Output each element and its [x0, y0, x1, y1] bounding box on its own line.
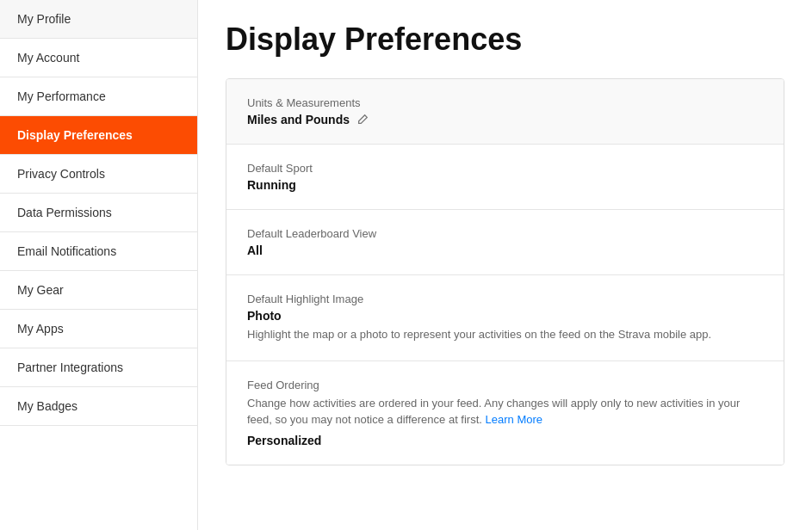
- settings-row-default-sport: Default Sport Running: [226, 145, 784, 210]
- sidebar-item-my-gear[interactable]: My Gear: [0, 271, 197, 310]
- sidebar-item-my-badges[interactable]: My Badges: [0, 387, 197, 426]
- sidebar-item-my-apps[interactable]: My Apps: [0, 310, 197, 348]
- sidebar-item-email-notifications[interactable]: Email Notifications: [0, 232, 197, 271]
- settings-row-units-measurements: Units & Measurements Miles and Pounds: [226, 79, 784, 145]
- units-measurements-label: Units & Measurements: [247, 96, 763, 109]
- units-measurements-edit-icon[interactable]: [356, 114, 369, 126]
- settings-row-default-highlight-image: Default Highlight Image Photo Highlight …: [226, 275, 784, 361]
- app-container: My Profile My Account My Performance Dis…: [0, 0, 812, 530]
- main-content: Display Preferences Units & Measurements…: [198, 0, 812, 530]
- page-title: Display Preferences: [226, 21, 784, 58]
- sidebar-item-privacy-controls[interactable]: Privacy Controls: [0, 155, 197, 194]
- default-highlight-value: Photo: [247, 309, 763, 323]
- feed-ordering-desc: Change how activities are ordered in you…: [247, 395, 763, 428]
- default-leaderboard-label: Default Leaderboard View: [247, 227, 763, 240]
- feed-ordering-learn-more-link[interactable]: Learn More: [486, 413, 542, 426]
- feed-ordering-label: Feed Ordering: [247, 379, 763, 391]
- sidebar-item-my-profile[interactable]: My Profile: [0, 0, 197, 39]
- default-highlight-desc: Highlight the map or a photo to represen…: [247, 326, 763, 343]
- sidebar-item-my-account[interactable]: My Account: [0, 39, 197, 77]
- sidebar-item-display-preferences[interactable]: Display Preferences: [0, 116, 197, 155]
- feed-ordering-value: Personalized: [247, 434, 763, 447]
- settings-row-feed-ordering: Feed Ordering Change how activities are …: [226, 361, 784, 465]
- sidebar-item-partner-integrations[interactable]: Partner Integrations: [0, 348, 197, 387]
- sidebar-item-my-performance[interactable]: My Performance: [0, 77, 197, 116]
- settings-section: Units & Measurements Miles and Pounds De…: [226, 78, 784, 465]
- settings-row-default-leaderboard-view: Default Leaderboard View All: [226, 210, 784, 275]
- sidebar: My Profile My Account My Performance Dis…: [0, 0, 198, 530]
- sidebar-item-data-permissions[interactable]: Data Permissions: [0, 194, 197, 232]
- units-measurements-value: Miles and Pounds: [247, 113, 763, 126]
- default-sport-value: Running: [247, 178, 763, 192]
- default-sport-label: Default Sport: [247, 162, 763, 175]
- default-highlight-label: Default Highlight Image: [247, 293, 763, 305]
- default-leaderboard-value: All: [247, 243, 763, 257]
